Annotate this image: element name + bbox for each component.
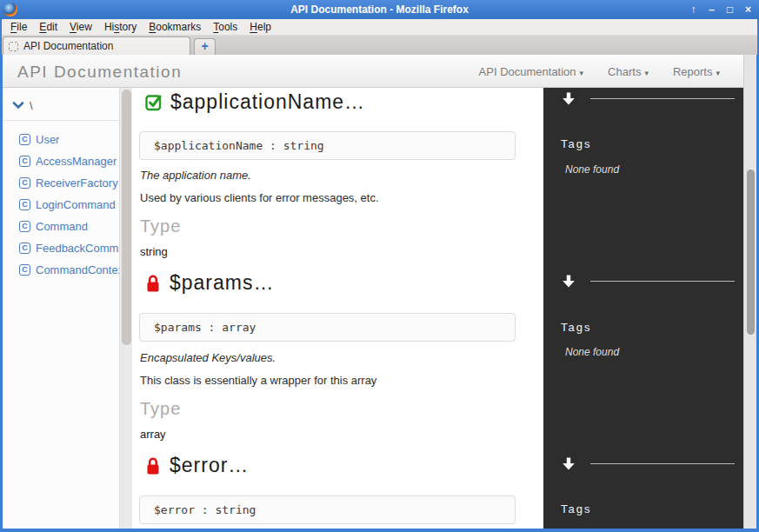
namespace-root-label: \ [30,99,33,112]
property-docs: $applicationName… $applicationName : str… [132,88,543,529]
nav-charts[interactable]: Charts▾ [608,65,649,78]
titlebar[interactable]: API Documentation - Mozilla Firefox ↑ – … [0,0,759,19]
sidebar-item-user[interactable]: CUser [3,129,119,150]
public-check-icon [144,93,163,111]
divider [3,120,119,121]
class-icon: C [19,156,30,167]
property-description: This class is essentially a wrapper for … [140,374,376,387]
class-icon: C [19,243,30,254]
sidebar-item-receiverfactory[interactable]: CReceiverFactory [3,172,119,194]
tags-heading: Tags [561,321,591,334]
sidebar-scrollbar-thumb[interactable] [122,90,131,345]
property-signature: $applicationName : string [139,131,516,160]
class-list: CUser CAccessManager CReceiverFactory CL… [3,129,119,281]
section-anchor [561,456,735,471]
menu-view[interactable]: View [68,21,94,33]
property-signature: $error : string [139,495,516,524]
maximize-icon[interactable]: □ [724,0,736,19]
sidebar-scrollbar[interactable] [119,88,132,529]
tab-strip: API Documentation + [2,36,757,55]
firefox-icon [3,3,17,17]
shade-icon[interactable]: ↑ [688,0,699,19]
sidebar-item-logincommand[interactable]: CLoginCommand [3,194,119,216]
menubar: File Edit View History Bookmarks Tools H… [2,19,757,36]
menu-tools[interactable]: Tools [211,21,239,33]
class-icon: C [19,264,30,276]
nav-reports[interactable]: Reports▾ [673,65,720,78]
chevron-down-icon: ▾ [716,69,720,77]
nav-api-documentation[interactable]: API Documentation▾ [479,65,584,78]
sidebar-item-commandcontext[interactable]: CCommandContext [3,259,119,281]
tags-empty: None found [565,346,619,358]
close-icon[interactable]: × [742,0,754,19]
tags-heading: Tags [561,137,591,150]
protected-lock-icon [144,456,162,475]
arrow-down-icon[interactable] [561,274,576,289]
sidebar-item-accessmanager[interactable]: CAccessManager [3,150,119,172]
type-heading: Type [140,399,181,419]
property-heading-applicationname: $applicationName… [144,89,365,115]
tags-empty: None found [565,163,619,176]
class-icon: C [19,199,30,210]
namespace-sidebar: \ CUser CAccessManager CReceiverFactory … [3,88,119,529]
divider [590,98,735,99]
property-name: $applicationName… [170,90,365,114]
new-tab-button[interactable]: + [194,38,216,55]
property-name: $error… [170,454,249,477]
arrow-down-icon[interactable] [561,91,576,106]
site-header: API Documentation API Documentation▾ Cha… [3,55,756,88]
site-title: API Documentation [17,63,182,82]
protected-lock-icon [144,273,162,293]
property-signature: $params : array [139,313,516,342]
section-anchor [561,91,735,106]
property-heading-params: $params… [144,269,274,296]
tags-heading: Tags [561,502,591,515]
section-anchor [561,274,735,289]
favicon-placeholder-icon [9,42,18,51]
menu-help[interactable]: Help [248,21,273,33]
class-icon: C [19,177,30,189]
menu-history[interactable]: History [103,21,138,33]
arrow-down-icon[interactable] [561,456,576,471]
menu-bookmarks[interactable]: Bookmarks [147,21,203,33]
window-controls: ↑ – □ × [688,0,754,19]
class-icon: C [19,221,30,232]
namespace-root[interactable]: \ [3,88,119,112]
menu-file[interactable]: File [9,21,29,33]
type-value: array [140,428,166,441]
minimize-icon[interactable]: – [706,0,717,19]
divider [590,281,735,282]
tags-panel: Tags None found Tags None found Tags [543,88,743,529]
sidebar-item-feedbackcommand[interactable]: CFeedbackCommand [3,237,119,259]
class-icon: C [19,134,30,145]
menu-edit[interactable]: Edit [37,21,59,33]
chevron-down-icon: ▾ [644,69,649,77]
property-summary: The application name. [140,169,251,182]
type-value: string [140,245,168,258]
tab-api-documentation[interactable]: API Documentation [3,37,190,55]
sidebar-item-command[interactable]: CCommand [3,216,119,237]
page-scrollbar-thumb[interactable] [747,170,755,335]
page: API Documentation API Documentation▾ Cha… [3,55,756,529]
property-heading-error: $error… [144,452,249,478]
property-description: Used by various clients for error messag… [140,191,379,204]
divider [590,463,735,464]
top-nav: API Documentation▾ Charts▾ Reports▾ [479,55,720,88]
page-scrollbar[interactable] [743,55,756,529]
property-name: $params… [170,271,274,295]
property-summary: Encapsulated Keys/values. [140,351,276,364]
browser-window: API Documentation - Mozilla Firefox ↑ – … [0,0,759,532]
window-title: API Documentation - Mozilla Firefox [0,3,759,16]
tab-label: API Documentation [23,40,113,52]
type-heading: Type [140,216,181,236]
chevron-down-icon [12,102,24,110]
chevron-down-icon: ▾ [580,69,584,77]
